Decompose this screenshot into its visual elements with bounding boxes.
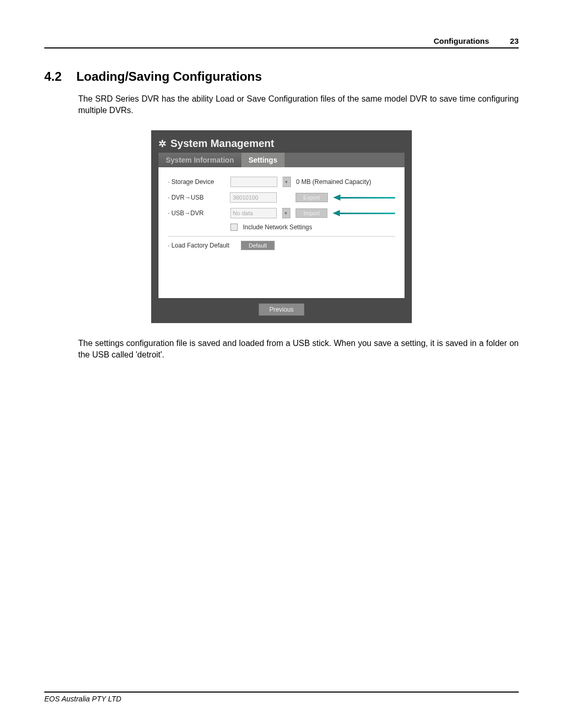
section-title: Loading/Saving Configurations bbox=[76, 69, 262, 84]
default-button[interactable]: Default bbox=[241, 241, 275, 250]
dvr-to-usb-label: · DVR→USB bbox=[168, 194, 225, 201]
window-title-text: System Management bbox=[170, 138, 274, 150]
tab-settings[interactable]: Settings bbox=[241, 153, 285, 167]
page-header: Configurations 23 bbox=[44, 36, 519, 48]
tab-bar: System Information Settings bbox=[158, 153, 405, 167]
section-heading: 4.2 Loading/Saving Configurations bbox=[44, 69, 519, 84]
include-network-checkbox[interactable] bbox=[230, 224, 238, 231]
arrow-left-icon bbox=[333, 210, 395, 216]
import-button[interactable]: Import bbox=[296, 208, 327, 218]
chevron-down-icon[interactable]: ▾ bbox=[283, 177, 291, 187]
divider bbox=[168, 236, 395, 237]
export-button[interactable]: Export bbox=[296, 193, 328, 202]
previous-button[interactable]: Previous bbox=[259, 303, 305, 316]
footer-org: EOS Australia PTY LTD bbox=[44, 695, 121, 703]
window-title-bar: ✲ System Management bbox=[158, 138, 405, 150]
dvr-to-usb-value: 38010100 bbox=[230, 192, 277, 203]
load-factory-default-label: · Load Factory Default bbox=[168, 242, 236, 249]
intro-paragraph: The SRD Series DVR has the ability Load … bbox=[78, 93, 519, 116]
header-title: Configurations bbox=[434, 36, 489, 45]
arrow-left-icon bbox=[333, 194, 395, 201]
usb-to-dvr-select[interactable]: No data bbox=[230, 208, 277, 218]
storage-device-capacity: 0 MB (Remained Capacity) bbox=[296, 178, 371, 186]
header-page-number: 23 bbox=[510, 36, 519, 45]
outro-paragraph: The settings configuration file is saved… bbox=[78, 338, 519, 360]
storage-device-label: · Storage Device bbox=[168, 178, 225, 186]
gear-icon: ✲ bbox=[158, 138, 166, 150]
settings-pane: · Storage Device ▾ 0 MB (Remained Capaci… bbox=[158, 167, 405, 298]
page-footer: EOS Australia PTY LTD bbox=[44, 692, 519, 703]
system-management-window: ✲ System Management System Information S… bbox=[151, 130, 412, 323]
usb-to-dvr-label: · USB→DVR bbox=[168, 209, 225, 217]
section-number: 4.2 bbox=[44, 69, 62, 84]
tab-system-information[interactable]: System Information bbox=[158, 153, 241, 167]
chevron-down-icon[interactable]: ▾ bbox=[282, 208, 290, 218]
include-network-label: Include Network Settings bbox=[243, 224, 312, 231]
storage-device-select[interactable] bbox=[230, 177, 277, 187]
